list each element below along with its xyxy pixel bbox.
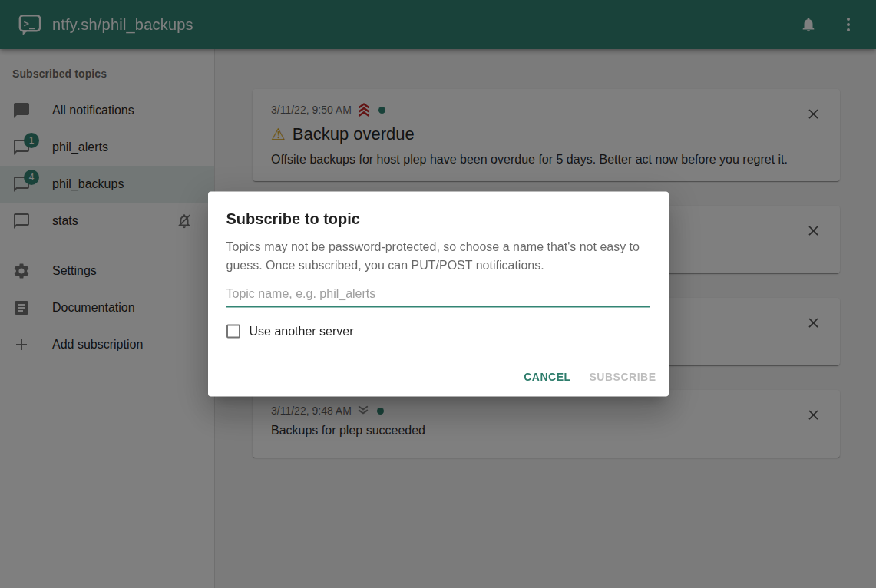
use-another-server-row[interactable]: Use another server: [226, 325, 650, 339]
dialog-title: Subscribe to topic: [208, 192, 669, 232]
checkbox-label: Use another server: [250, 325, 354, 339]
dialog-description: Topics may not be password-protected, so…: [226, 238, 650, 275]
subscribe-button[interactable]: SUBSCRIBE: [583, 363, 663, 391]
topic-name-input[interactable]: [226, 282, 650, 308]
subscribe-dialog: Subscribe to topic Topics may not be pas…: [208, 192, 669, 397]
use-another-server-checkbox[interactable]: [226, 325, 240, 339]
cancel-button[interactable]: CANCEL: [517, 363, 577, 391]
